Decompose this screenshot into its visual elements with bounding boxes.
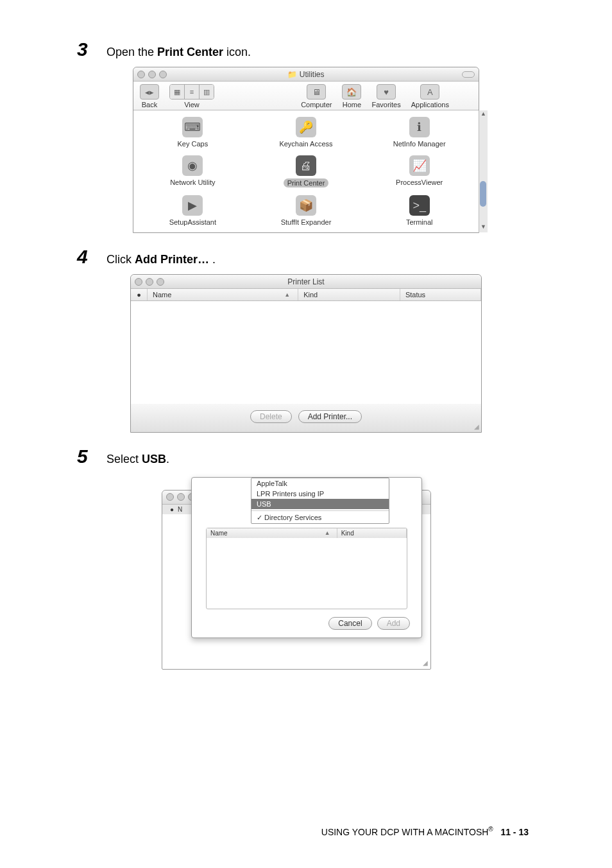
cancel-button[interactable]: Cancel <box>328 617 371 630</box>
delete-button[interactable]: Delete <box>250 410 292 423</box>
close-icon[interactable] <box>166 493 174 501</box>
app-process-viewer[interactable]: 📈ProcessViewer <box>364 155 475 187</box>
menu-lpr[interactable]: LPR Printers using IP <box>251 489 389 499</box>
col-name-fragment: N <box>178 506 182 513</box>
page-footer: USING YOUR DCP WITH A MACINTOSH® 11 - 13 <box>0 826 612 837</box>
menu-appletalk[interactable]: AppleTalk <box>251 478 389 489</box>
sheet-list-body <box>207 538 407 609</box>
applications-label: Applications <box>411 101 449 108</box>
scroll-up-icon[interactable]: ▲ <box>479 110 488 119</box>
resize-grip-icon[interactable]: ◢ <box>474 423 479 430</box>
app-stuffit[interactable]: 📦StuffIt Expander <box>251 195 362 226</box>
app-netutil[interactable]: ◉Network Utility <box>137 155 248 187</box>
menu-usb[interactable]: USB <box>251 499 389 509</box>
view-switcher[interactable]: ▦≡▥ <box>169 84 214 100</box>
step-text: Click Add Printer… . <box>106 252 216 268</box>
scrollbar[interactable]: ▲ ▼ <box>479 110 488 232</box>
step-4: 4 Click Add Printer… . Printer List ● Na… <box>77 246 535 433</box>
sort-asc-icon: ▲ <box>284 291 293 298</box>
back-label: Back <box>140 101 159 108</box>
col-default[interactable]: ● <box>131 289 148 300</box>
favorites-label: Favorites <box>371 101 400 108</box>
col-name[interactable]: Name▲ <box>207 528 337 538</box>
col-name[interactable]: Name▲ <box>148 289 298 300</box>
app-terminal[interactable]: >_Terminal <box>364 195 475 226</box>
app-netinfo[interactable]: ℹNetInfo Manager <box>364 117 475 148</box>
step-number: 4 <box>77 246 95 268</box>
view-label: View <box>169 101 214 108</box>
add-button[interactable]: Add <box>377 617 410 630</box>
sort-asc-icon: ▲ <box>325 530 333 536</box>
scroll-down-icon[interactable]: ▼ <box>479 223 488 232</box>
connection-menu[interactable]: AppleTalk LPR Printers using IP USB Dire… <box>251 478 389 524</box>
add-printer-sheet: ● N ◢ AppleTalk LPR Printers using IP US… <box>162 474 450 673</box>
step-text: Open the Print Center icon. <box>106 44 251 60</box>
app-keychain[interactable]: 🔑Keychain Access <box>251 117 362 148</box>
home-label: Home <box>342 101 361 108</box>
sheet-table-header: Name▲ Kind <box>207 528 407 538</box>
computer-icon[interactable]: 🖥 <box>307 84 326 100</box>
col-kind[interactable]: Kind <box>298 289 400 300</box>
minimize-icon[interactable] <box>177 493 185 501</box>
favorites-icon[interactable]: ♥ <box>377 84 396 100</box>
printer-list-body <box>131 301 481 404</box>
computer-label: Computer <box>301 101 332 108</box>
step-3: 3 Open the Print Center icon. 📁 Utilitie… <box>77 39 535 233</box>
applications-icon[interactable]: A <box>420 84 439 100</box>
home-icon[interactable]: 🏠 <box>342 84 361 100</box>
utilities-window: 📁 Utilities ◂▸ Back ▦≡▥ View 🖥 <box>133 67 479 233</box>
menu-directory-services[interactable]: Directory Services <box>251 512 389 523</box>
table-header: ● Name▲ Kind Status <box>131 289 481 301</box>
add-printer-button[interactable]: Add Printer... <box>298 410 362 423</box>
col-kind[interactable]: Kind <box>337 528 407 538</box>
window-title: 📁 Utilities <box>133 70 479 79</box>
printer-list-window: Printer List ● Name▲ Kind Status Delete … <box>130 274 482 433</box>
app-setup-assistant[interactable]: ▶SetupAssistant <box>137 195 248 226</box>
back-icon[interactable]: ◂▸ <box>140 84 159 100</box>
step-number: 3 <box>77 39 95 60</box>
connection-sheet: AppleTalk LPR Printers using IP USB Dire… <box>191 477 422 638</box>
resize-grip-icon[interactable]: ◢ <box>423 659 428 666</box>
app-print-center[interactable]: 🖨Print Center <box>251 155 362 187</box>
scroll-thumb[interactable] <box>480 181 486 207</box>
step-text: Select USB. <box>106 451 169 467</box>
window-title: Printer List <box>131 277 481 286</box>
step-5: 5 Select USB. ● N <box>77 446 535 673</box>
step-number: 5 <box>77 446 95 467</box>
col-status[interactable]: Status <box>400 289 481 300</box>
col-default: ● <box>166 506 178 513</box>
app-keycaps[interactable]: ⌨Key Caps <box>137 117 248 148</box>
